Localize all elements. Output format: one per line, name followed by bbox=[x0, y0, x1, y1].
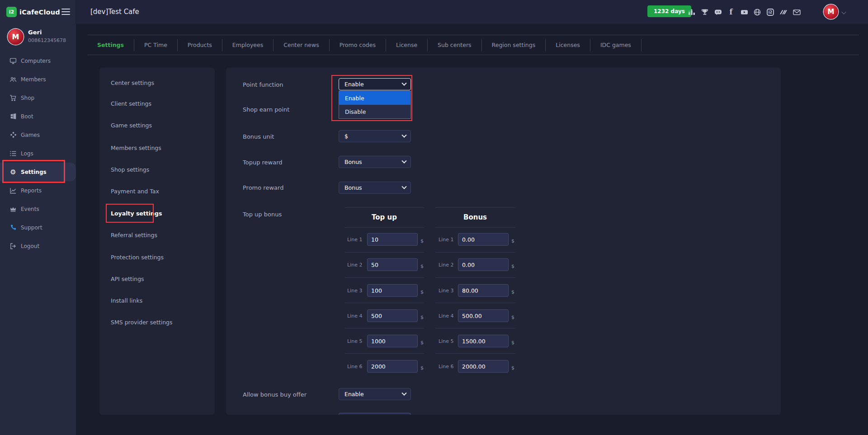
logout-icon bbox=[9, 243, 17, 250]
ranking-icon[interactable] bbox=[687, 8, 696, 17]
sidebar-item-boot[interactable]: Boot bbox=[0, 107, 76, 126]
sidebar-item-logs[interactable]: Logs bbox=[0, 144, 76, 163]
divider bbox=[435, 227, 515, 228]
dropdown-option-enable[interactable]: Enable bbox=[339, 91, 410, 105]
nav-payment-and-tax[interactable]: Payment and Tax bbox=[111, 188, 159, 195]
sidebar-item-label: Support bbox=[21, 225, 42, 231]
nav-referral-settings[interactable]: Referral settings bbox=[111, 232, 157, 239]
user-avatar[interactable]: M bbox=[824, 5, 838, 19]
icafe-logo-icon[interactable]: i2 bbox=[766, 8, 775, 17]
promo-reward-select[interactable]: Bonus bbox=[339, 182, 411, 194]
bonus-unit-select[interactable]: $ bbox=[339, 130, 411, 142]
divider bbox=[435, 328, 515, 328]
avatar-chevron-down-icon[interactable] bbox=[841, 9, 846, 14]
tab-sub-centers[interactable]: Sub centers bbox=[428, 39, 482, 51]
nav-center-settings[interactable]: Center settings bbox=[111, 80, 154, 86]
currency-suffix: $ bbox=[420, 289, 424, 295]
youtube-icon[interactable] bbox=[740, 8, 749, 17]
allow-bonus-buy-offer-select[interactable]: Enable bbox=[339, 388, 411, 400]
sidebar-item-shop[interactable]: Shop bbox=[0, 89, 76, 107]
loyalty-settings-form: Point function Enable Enable Disable Sho… bbox=[226, 68, 781, 415]
nav-loyalty-settings[interactable]: Loyalty settings bbox=[111, 210, 162, 217]
dropdown-option-disable[interactable]: Disable bbox=[339, 105, 410, 118]
sidebar-item-reports[interactable]: Reports bbox=[0, 181, 76, 200]
mail-icon[interactable] bbox=[792, 8, 801, 17]
currency-suffix: $ bbox=[420, 238, 424, 244]
tab-products[interactable]: Products bbox=[178, 39, 222, 51]
nav-protection-settings[interactable]: Protection settings bbox=[111, 254, 164, 261]
tab-center-news[interactable]: Center news bbox=[274, 39, 329, 51]
globe-icon[interactable] bbox=[753, 8, 762, 17]
currency-suffix: $ bbox=[511, 340, 514, 346]
sidebar-item-label: Logs bbox=[21, 150, 33, 157]
topup-reward-select[interactable]: Bonus bbox=[339, 156, 411, 168]
trophy-icon[interactable] bbox=[700, 8, 709, 17]
sidebar-item-support[interactable]: Support bbox=[0, 218, 76, 237]
top-up-bonus-label: Top up bonus bbox=[243, 211, 282, 218]
nav-install-links[interactable]: Install links bbox=[111, 297, 142, 304]
sidebar-item-members[interactable]: Members bbox=[0, 70, 76, 89]
bonus-line1-input[interactable] bbox=[458, 233, 509, 246]
bonus-line6-input[interactable] bbox=[458, 360, 509, 373]
sidebar-item-computers[interactable]: Computers bbox=[0, 51, 76, 70]
topup-line4-input[interactable] bbox=[367, 309, 418, 322]
settings-nav-panel: Center settings Client settings Game set… bbox=[99, 68, 215, 415]
brand-name: iCafeCloud bbox=[19, 9, 60, 16]
nav-client-settings[interactable]: Client settings bbox=[111, 100, 151, 107]
divider bbox=[344, 277, 424, 278]
sidebar-item-games[interactable]: Games bbox=[0, 126, 76, 144]
sidebar-item-events[interactable]: Events bbox=[0, 200, 76, 218]
topup-line1-label: Line 1 bbox=[347, 237, 362, 243]
tab-pc-time[interactable]: PC Time bbox=[134, 39, 178, 51]
chart-icon bbox=[9, 187, 17, 194]
currency-suffix: $ bbox=[420, 340, 424, 346]
sidebar-item-label: Boot bbox=[21, 113, 33, 120]
tab-license[interactable]: License bbox=[386, 39, 428, 51]
tab-settings[interactable]: Settings bbox=[87, 39, 134, 51]
bonus-line1-label: Line 1 bbox=[439, 237, 453, 243]
bonus-line5-input[interactable] bbox=[458, 335, 509, 347]
layers-icon[interactable] bbox=[779, 8, 788, 17]
facebook-icon[interactable]: f bbox=[726, 8, 736, 17]
topup-line6-input[interactable] bbox=[367, 360, 418, 373]
sidebar-item-logout[interactable]: Logout bbox=[0, 237, 76, 255]
topup-line3-input[interactable] bbox=[367, 284, 418, 297]
topup-line1-input[interactable] bbox=[367, 233, 418, 246]
bonus-unit-label: Bonus unit bbox=[243, 133, 274, 140]
nav-sms-provider-settings[interactable]: SMS provider settings bbox=[111, 319, 173, 326]
clipped-next-select[interactable] bbox=[339, 413, 411, 415]
days-remaining-badge[interactable]: 1232 days bbox=[647, 5, 691, 17]
bonus-line4-input[interactable] bbox=[458, 309, 509, 322]
bonus-table-title: Bonus bbox=[463, 213, 487, 221]
list-icon bbox=[9, 150, 17, 157]
tab-licenses[interactable]: Licenses bbox=[546, 39, 590, 51]
chevron-down-icon bbox=[401, 158, 406, 163]
users-icon bbox=[9, 76, 17, 83]
discord-icon[interactable] bbox=[713, 8, 722, 17]
hamburger-menu-icon[interactable] bbox=[61, 9, 70, 15]
tab-idc-games[interactable]: IDC games bbox=[590, 39, 642, 51]
sidebar-user-block[interactable]: M Geri 008612345678 bbox=[0, 28, 76, 47]
tab-employees[interactable]: Employees bbox=[222, 39, 274, 51]
topup-line5-input[interactable] bbox=[367, 335, 418, 347]
point-function-select[interactable]: Enable bbox=[339, 78, 411, 90]
nav-api-settings[interactable]: API settings bbox=[111, 276, 144, 282]
nav-game-settings[interactable]: Game settings bbox=[111, 122, 152, 129]
currency-suffix: $ bbox=[511, 314, 514, 320]
currency-suffix: $ bbox=[511, 263, 514, 269]
bonus-line3-input[interactable] bbox=[458, 284, 509, 297]
bonus-line4-label: Line 4 bbox=[439, 313, 453, 319]
cart-icon bbox=[9, 94, 17, 102]
nav-shop-settings[interactable]: Shop settings bbox=[111, 166, 149, 173]
sidebar-item-settings[interactable]: ⚙ Settings bbox=[0, 163, 76, 181]
topup-line3-label: Line 3 bbox=[347, 288, 362, 294]
gamepad-icon bbox=[9, 131, 17, 139]
bonus-line2-input[interactable] bbox=[458, 258, 509, 271]
tab-promo-codes[interactable]: Promo codes bbox=[330, 39, 386, 51]
nav-members-settings[interactable]: Members settings bbox=[111, 145, 161, 151]
sidebar-user-id: 008612345678 bbox=[28, 37, 66, 43]
divider bbox=[344, 227, 424, 228]
topbar: i2 iCafeCloud [dev]Test Cafe 1232 days bbox=[0, 0, 868, 24]
tab-region-settings[interactable]: Region settings bbox=[482, 39, 546, 51]
topup-line2-input[interactable] bbox=[367, 258, 418, 271]
